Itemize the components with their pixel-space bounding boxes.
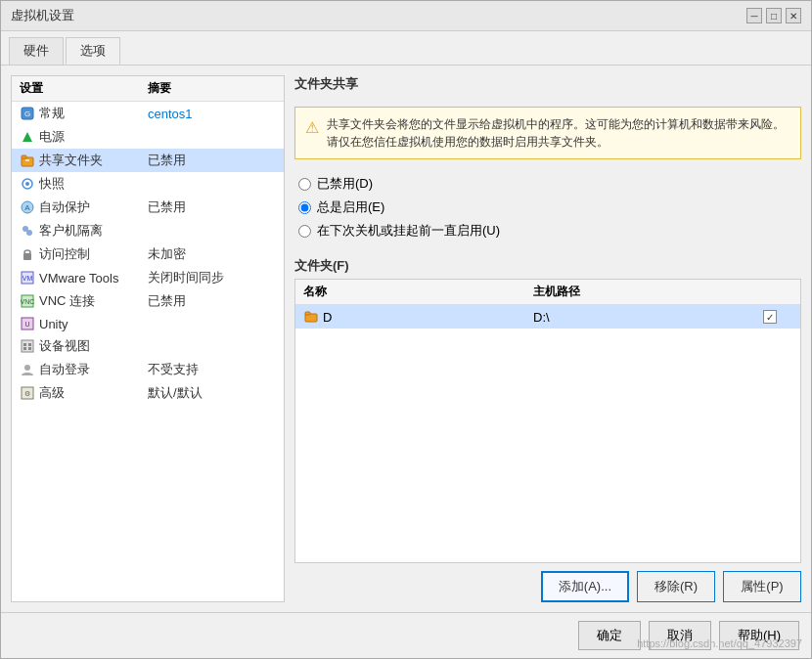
settings-row-isolation[interactable]: 客户机隔离 — [12, 219, 284, 242]
isolation-icon — [20, 223, 35, 239]
vmware-tools-icon: VM — [20, 270, 35, 286]
folders-table-header: 名称 主机路径 — [295, 280, 800, 305]
minimize-button[interactable]: ─ — [746, 8, 762, 23]
advanced-icon: ⚙ — [20, 385, 35, 401]
autoprotect-icon: A — [20, 199, 35, 215]
svg-text:VNC: VNC — [21, 298, 34, 305]
settings-row-vmware-tools[interactable]: VM VMware Tools 关闭时间同步 — [12, 266, 284, 289]
autologin-value: 不受支持 — [148, 361, 276, 378]
radio-until-poweroff[interactable]: 在下次关机或挂起前一直启用(U) — [298, 222, 801, 240]
settings-row-devices[interactable]: 设备视图 — [12, 334, 284, 358]
folders-title: 文件夹(F) — [294, 257, 801, 275]
folder-checkbox[interactable]: ✓ — [763, 310, 777, 324]
folders-section: 文件夹(F) 名称 主机路径 D — [294, 257, 801, 602]
general-value: centos1 — [148, 107, 276, 121]
section-title: 文件夹共享 — [294, 75, 801, 93]
svg-text:G: G — [24, 110, 30, 118]
svg-rect-20 — [22, 340, 33, 352]
settings-row-unity[interactable]: U Unity — [12, 313, 284, 334]
autologin-icon — [20, 362, 35, 377]
svg-point-25 — [24, 365, 30, 371]
col-name: 名称 — [303, 284, 533, 300]
window-title: 虚拟机设置 — [11, 7, 74, 24]
bottom-bar: 确定 取消 帮助(H) — [1, 612, 811, 658]
folder-icon — [303, 309, 319, 325]
advanced-value: 默认/默认 — [148, 384, 276, 402]
settings-row-autoprotect[interactable]: A 自动保护 已禁用 — [12, 196, 284, 219]
svg-rect-4 — [22, 155, 26, 158]
svg-rect-23 — [23, 347, 26, 350]
folders-table: 名称 主机路径 D D:\ — [294, 279, 801, 563]
svg-rect-13 — [24, 250, 30, 254]
folder-name-cell: D — [303, 309, 533, 325]
svg-point-7 — [25, 182, 29, 186]
warning-box: ⚠ 共享文件夹会将您的文件显示给虚拟机中的程序。这可能为您的计算机和数据带来风险… — [294, 107, 801, 159]
settings-row-advanced[interactable]: ⚙ 高级 默认/默认 — [12, 381, 284, 405]
folder-path-cell: D:\ — [533, 310, 763, 325]
maximize-button[interactable]: □ — [766, 8, 782, 23]
svg-rect-22 — [28, 343, 31, 346]
radio-group: 已禁用(D) 总是启用(E) 在下次关机或挂起前一直启用(U) — [294, 175, 801, 240]
settings-row-shared-folder[interactable]: 共享文件夹 已禁用 — [12, 149, 284, 172]
radio-always[interactable]: 总是启用(E) — [298, 198, 801, 216]
svg-marker-2 — [23, 132, 32, 142]
svg-rect-29 — [305, 312, 310, 315]
tabs-bar: 硬件 选项 — [1, 31, 811, 66]
unity-icon: U — [20, 316, 35, 331]
settings-row-power[interactable]: 电源 — [12, 125, 284, 149]
settings-row-vnc[interactable]: VNC VNC 连接 已禁用 — [12, 289, 284, 313]
svg-text:U: U — [24, 321, 29, 328]
close-button[interactable]: ✕ — [786, 8, 801, 23]
shared-folder-value: 已禁用 — [148, 152, 276, 169]
properties-button[interactable]: 属性(P) — [723, 571, 801, 602]
svg-text:VM: VM — [23, 275, 33, 282]
devices-icon — [20, 338, 35, 354]
col-header-summary: 摘要 — [148, 80, 276, 97]
warning-icon: ⚠ — [305, 116, 319, 151]
access-value: 未加密 — [148, 245, 276, 263]
power-icon — [20, 129, 35, 145]
action-buttons: 添加(A)... 移除(R) 属性(P) — [294, 571, 801, 602]
remove-button[interactable]: 移除(R) — [637, 571, 715, 602]
svg-text:A: A — [24, 203, 30, 212]
folders-table-row[interactable]: D D:\ ✓ — [295, 305, 800, 329]
snapshot-icon — [20, 176, 35, 192]
settings-row-general[interactable]: G 常规 centos1 — [12, 102, 284, 125]
svg-rect-21 — [23, 343, 26, 346]
svg-text:⚙: ⚙ — [24, 390, 30, 397]
settings-row-autologin[interactable]: 自动登录 不受支持 — [12, 358, 284, 381]
svg-rect-24 — [28, 347, 31, 350]
warning-text: 共享文件夹会将您的文件显示给虚拟机中的程序。这可能为您的计算机和数据带来风险。请… — [327, 115, 790, 151]
access-icon — [20, 246, 35, 262]
general-icon: G — [20, 106, 35, 121]
settings-panel: 设置 摘要 G 常规 centos1 电源 — [11, 75, 285, 602]
settings-row-snapshot[interactable]: 快照 — [12, 172, 284, 196]
watermark: https://blog.csdn.net/qq_47932397 — [637, 637, 802, 649]
settings-row-access[interactable]: 访问控制 未加密 — [12, 242, 284, 266]
col-header-settings: 设置 — [20, 80, 148, 97]
ok-button[interactable]: 确定 — [578, 621, 641, 650]
tab-hardware[interactable]: 硬件 — [9, 37, 64, 65]
folder-path: D:\ — [533, 310, 550, 325]
add-button[interactable]: 添加(A)... — [541, 571, 629, 602]
radio-disabled[interactable]: 已禁用(D) — [298, 175, 801, 193]
col-path: 主机路径 — [533, 284, 763, 300]
tab-options[interactable]: 选项 — [66, 37, 120, 65]
vnc-value: 已禁用 — [148, 292, 276, 310]
vnc-icon: VNC — [20, 293, 35, 309]
right-panel: 文件夹共享 ⚠ 共享文件夹会将您的文件显示给虚拟机中的程序。这可能为您的计算机和… — [294, 75, 801, 602]
svg-point-11 — [26, 230, 32, 236]
autoprotect-value: 已禁用 — [148, 198, 276, 216]
shared-folder-icon — [20, 153, 35, 168]
folder-name: D — [323, 310, 332, 325]
folder-check-cell: ✓ — [763, 310, 792, 324]
vmware-tools-value: 关闭时间同步 — [148, 269, 276, 286]
